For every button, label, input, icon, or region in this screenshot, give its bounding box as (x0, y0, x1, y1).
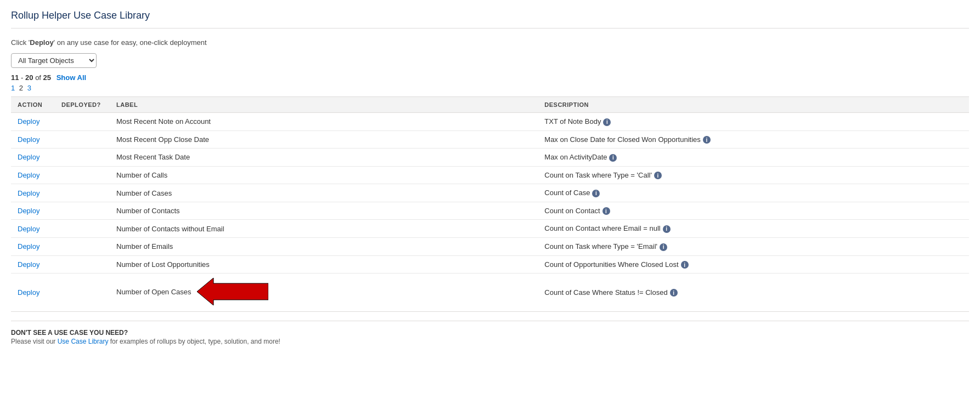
range-end: 20 (25, 73, 33, 82)
label-cell: Most Recent Opp Close Date (110, 130, 538, 149)
info-icon: i (592, 190, 600, 197)
page-links: 1 2 3 (11, 84, 969, 92)
show-all-link[interactable]: Show All (57, 73, 86, 82)
deploy-link[interactable]: Deploy (18, 153, 40, 161)
footer-text-before: Please visit our (11, 338, 58, 345)
deployed-cell (55, 220, 110, 238)
table-row: DeployNumber of Lost OpportunitiesCount … (11, 255, 969, 274)
page-title: Rollup Helper Use Case Library (11, 10, 969, 29)
label-cell: Number of Lost Opportunities (110, 255, 538, 274)
label-cell: Number of Contacts (110, 202, 538, 220)
label-cell: Most Recent Note on Account (110, 113, 538, 131)
instructions-bold: Deploy (30, 38, 53, 47)
description-cell: Count of Casei (538, 184, 969, 202)
description-cell: Count of Opportunities Where Closed Lost… (538, 255, 969, 274)
deployed-cell (55, 202, 110, 220)
deploy-link[interactable]: Deploy (18, 288, 40, 297)
deployed-cell (55, 113, 110, 131)
range-start: 11 (11, 73, 19, 82)
description-text: Count on Task where Type = 'Call' (544, 171, 652, 179)
pagination-info: 11 - 20 of 25 Show All (11, 73, 969, 82)
label-cell: Number of Calls (110, 166, 538, 184)
deploy-link[interactable]: Deploy (18, 117, 40, 126)
action-cell: Deploy (11, 166, 55, 184)
info-icon: i (603, 118, 611, 126)
description-text: Count of Case (544, 189, 590, 197)
deployed-cell (55, 255, 110, 274)
action-cell: Deploy (11, 149, 55, 167)
action-cell: Deploy (11, 274, 55, 312)
description-text: Count on Contact (544, 207, 600, 215)
info-icon: i (670, 289, 678, 297)
deploy-link[interactable]: Deploy (18, 260, 40, 269)
info-icon: i (654, 172, 662, 179)
range-display: 11 - 20 of 25 (11, 73, 53, 82)
deploy-link[interactable]: Deploy (18, 242, 40, 250)
description-text: Count on Contact where Email = null (544, 224, 660, 232)
table-row: DeployMost Recent Opp Close DateMax on C… (11, 130, 969, 149)
dont-see-text: DON'T SEE A USE CASE YOU NEED? (11, 329, 969, 337)
deploy-link[interactable]: Deploy (18, 171, 40, 179)
deploy-link[interactable]: Deploy (18, 225, 40, 233)
table-row: DeployNumber of CasesCount of Casei (11, 184, 969, 202)
table-header-row: ACTION DEPLOYED? LABEL DESCRIPTION (11, 97, 969, 113)
page-container: Rollup Helper Use Case Library Click 'De… (0, 0, 980, 356)
description-cell: Count of Case Where Status != Closedi (538, 274, 969, 312)
total-count: 25 (43, 73, 51, 82)
info-icon: i (703, 136, 711, 144)
table-row: DeployMost Recent Note on AccountTXT of … (11, 113, 969, 131)
description-cell: Max on Close Date for Closed Won Opportu… (538, 130, 969, 149)
deploy-link[interactable]: Deploy (18, 135, 40, 144)
description-text: TXT of Note Body (544, 117, 601, 126)
info-icon: i (660, 243, 667, 251)
svg-marker-0 (197, 278, 268, 305)
use-case-library-link[interactable]: Use Case Library (58, 338, 109, 345)
deploy-link[interactable]: Deploy (18, 207, 40, 215)
action-cell: Deploy (11, 184, 55, 202)
action-cell: Deploy (11, 130, 55, 149)
info-icon: i (609, 154, 617, 162)
arrow-annotation (197, 278, 268, 307)
description-text: Max on Close Date for Closed Won Opportu… (544, 135, 700, 144)
deployed-cell (55, 274, 110, 312)
page-link-3[interactable]: 3 (27, 84, 31, 92)
action-cell: Deploy (11, 202, 55, 220)
action-cell: Deploy (11, 113, 55, 131)
deployed-cell (55, 130, 110, 149)
info-icon: i (602, 207, 610, 215)
description-text: Count of Case Where Status != Closed (544, 288, 667, 297)
action-cell: Deploy (11, 220, 55, 238)
description-cell: Max on ActivityDatei (538, 149, 969, 167)
target-objects-select[interactable]: All Target Objects Account Contact Oppor… (11, 53, 97, 68)
label-text: Number of Open Cases (116, 288, 192, 296)
current-page: 2 (19, 84, 23, 92)
col-header-label: LABEL (110, 97, 538, 113)
action-cell: Deploy (11, 255, 55, 274)
col-header-action: ACTION (11, 97, 55, 113)
col-header-description: DESCRIPTION (538, 97, 969, 113)
deploy-link[interactable]: Deploy (18, 189, 40, 197)
table-row: DeployMost Recent Task DateMax on Activi… (11, 149, 969, 167)
description-cell: Count on Task where Type = 'Call'i (538, 166, 969, 184)
use-case-table: ACTION DEPLOYED? LABEL DESCRIPTION Deplo… (11, 96, 969, 312)
deployed-cell (55, 149, 110, 167)
label-cell: Number of Emails (110, 237, 538, 255)
footer-body: Please visit our Use Case Library for ex… (11, 338, 969, 345)
table-row: DeployNumber of EmailsCount on Task wher… (11, 237, 969, 255)
filter-row: All Target Objects Account Contact Oppor… (11, 53, 969, 68)
info-icon: i (663, 225, 671, 233)
instructions: Click 'Deploy' on any use case for easy,… (11, 38, 969, 47)
description-cell: TXT of Note Bodyi (538, 113, 969, 131)
label-cell: Number of Open Cases (110, 274, 538, 312)
action-cell: Deploy (11, 237, 55, 255)
page-link-1[interactable]: 1 (11, 84, 15, 92)
table-row: DeployNumber of ContactsCount on Contact… (11, 202, 969, 220)
label-cell: Most Recent Task Date (110, 149, 538, 167)
deployed-cell (55, 166, 110, 184)
description-text: Count of Opportunities Where Closed Lost (544, 260, 678, 269)
description-text: Count on Task where Type = 'Email' (544, 242, 657, 250)
table-row: DeployNumber of Open Cases Count of Case… (11, 274, 969, 312)
table-row: DeployNumber of Contacts without EmailCo… (11, 220, 969, 238)
label-cell: Number of Cases (110, 184, 538, 202)
description-cell: Count on Contacti (538, 202, 969, 220)
